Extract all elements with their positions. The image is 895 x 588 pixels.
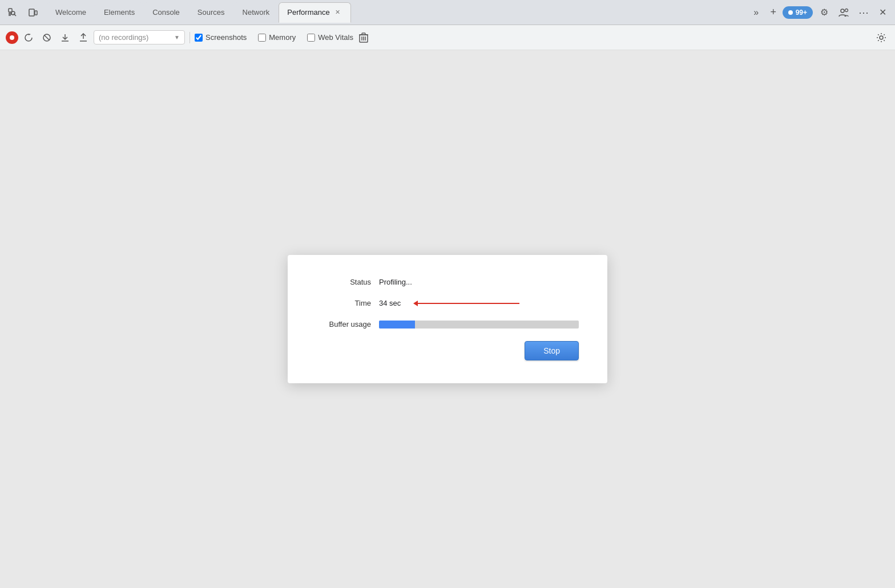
badge-count: 99+ [796,9,807,17]
svg-point-7 [841,9,844,13]
tab-network[interactable]: Network [234,2,279,23]
inspect-element-icon[interactable] [5,5,21,21]
memory-checkbox[interactable] [258,34,266,42]
time-row: Time 34 sec [311,299,579,307]
device-toolbar-icon[interactable] [25,5,41,21]
svg-rect-5 [29,9,34,16]
web-vitals-checkbox[interactable] [307,34,315,42]
tab-elements[interactable]: Elements [95,2,143,23]
dropdown-arrow-icon: ▼ [174,34,180,40]
svg-point-21 [880,36,883,39]
tab-welcome[interactable]: Welcome [47,2,95,23]
svg-rect-0 [9,9,12,12]
profiling-dialog: Status Profiling... Time 34 sec Buffer u… [288,255,607,383]
devtools-icons [5,5,41,21]
buffer-bar-fill [379,321,415,329]
reload-record-button[interactable] [21,30,37,46]
more-tabs-button[interactable]: » [748,5,764,21]
capture-settings-button[interactable] [873,30,889,46]
time-value: 34 sec [379,299,519,307]
close-devtools-icon[interactable]: ✕ [874,5,890,21]
time-text: 34 sec [379,299,401,307]
more-options-icon[interactable]: ⋯ [855,5,871,21]
tab-performance[interactable]: Performance ✕ [279,2,350,23]
tab-label: Welcome [55,8,86,17]
svg-point-8 [845,9,848,11]
buffer-bar [379,321,579,329]
profiling-status-text: Profiling... [379,278,412,286]
svg-line-10 [45,35,49,40]
recordings-placeholder: (no recordings) [99,33,172,42]
buffer-label: Buffer usage [311,320,379,329]
dialog-footer: Stop [311,341,579,360]
memory-checkbox-group[interactable]: Memory [258,33,296,42]
time-label: Time [311,299,379,307]
buffer-value [379,321,579,329]
web-vitals-label: Web Vitals [318,33,353,42]
tab-sources[interactable]: Sources [189,2,233,23]
badge-dot-icon [788,10,793,15]
main-area: Status Profiling... Time 34 sec Buffer u… [0,50,895,588]
tab-close-icon[interactable]: ✕ [333,8,342,17]
stop-button[interactable]: Stop [525,341,579,360]
status-label: Status [311,278,379,286]
tab-label: Sources [197,8,225,17]
screenshots-checkbox[interactable] [195,34,203,42]
buffer-row: Buffer usage [311,320,579,329]
tab-console[interactable]: Console [144,2,188,23]
notifications-badge-button[interactable]: 99+ [783,6,813,19]
screenshots-label: Screenshots [205,33,247,42]
people-icon[interactable] [836,5,852,21]
settings-icon[interactable]: ⚙ [816,5,832,21]
tab-label: Performance [287,8,329,17]
time-arrow [413,301,519,306]
tab-label: Console [152,8,180,17]
svg-rect-6 [35,11,37,15]
memory-label: Memory [269,33,296,42]
svg-rect-20 [362,33,365,35]
record-button[interactable] [6,31,18,44]
screenshots-checkbox-group[interactable]: Screenshots [195,33,247,42]
load-profile-button[interactable] [57,30,73,46]
tab-bar-right: 99+ ⚙ ⋯ ✕ [783,5,890,21]
status-row: Status Profiling... [311,278,579,286]
status-value: Profiling... [379,278,412,286]
web-vitals-checkbox-group[interactable]: Web Vitals [307,33,353,42]
tab-label: Elements [104,8,135,17]
tab-list: Welcome Elements Console Sources Network… [47,2,747,23]
performance-toolbar: (no recordings) ▼ Screenshots Memory Web… [0,25,895,50]
arrow-line [417,303,519,304]
toolbar-separator [190,32,190,43]
save-profile-button[interactable] [75,30,91,46]
tab-label: Network [243,8,270,17]
delete-recordings-button[interactable] [356,30,372,46]
new-tab-button[interactable]: + [765,5,781,21]
recordings-select[interactable]: (no recordings) ▼ [94,30,185,44]
clear-button[interactable] [39,30,55,46]
tab-bar: Welcome Elements Console Sources Network… [0,0,895,25]
